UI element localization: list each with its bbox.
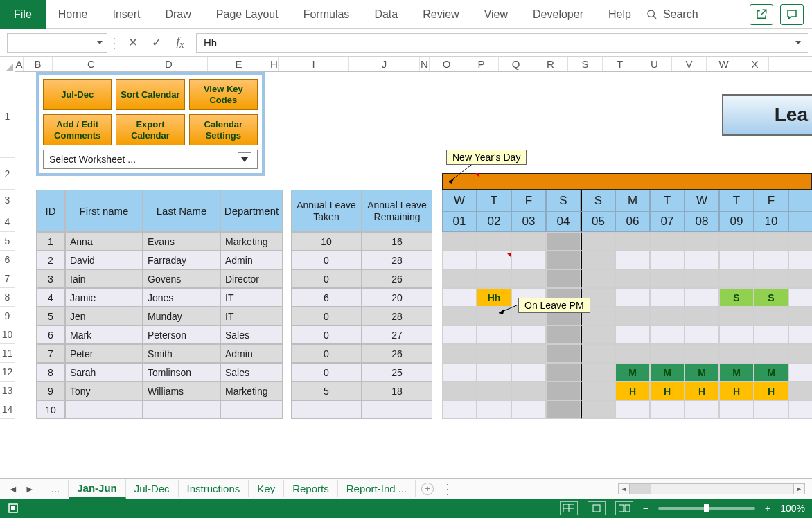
table-cell[interactable]: 6 <box>36 325 65 344</box>
table-cell[interactable]: 16 <box>362 232 432 251</box>
col-H[interactable]: H <box>270 57 279 71</box>
formula-expand-icon[interactable] <box>795 41 801 44</box>
tab-insert[interactable]: Insert <box>100 0 152 29</box>
table-cell[interactable]: Sales <box>220 363 283 382</box>
cal-cell[interactable] <box>685 400 719 419</box>
cal-cell[interactable]: T <box>477 190 511 211</box>
table-cell[interactable] <box>283 190 291 232</box>
cal-cell[interactable] <box>650 251 685 269</box>
table-cell[interactable] <box>283 251 291 269</box>
row-6[interactable]: 6 <box>0 251 15 269</box>
cal-cell[interactable] <box>511 382 546 400</box>
scroll-right[interactable]: ► <box>793 484 804 494</box>
tab-page-layout[interactable]: Page Layout <box>204 0 291 29</box>
cal-cell[interactable] <box>650 344 685 363</box>
new-sheet-button[interactable]: + <box>421 483 434 495</box>
cal-cell[interactable]: 04 <box>546 211 581 232</box>
table-cell[interactable]: 20 <box>362 288 432 307</box>
cal-cell[interactable] <box>477 382 511 400</box>
col-S[interactable]: S <box>568 57 603 71</box>
table-cell[interactable]: Smith <box>143 344 220 363</box>
cal-cell[interactable]: M <box>754 363 788 382</box>
cal-cell[interactable] <box>788 363 812 382</box>
table-cell[interactable]: 26 <box>362 269 432 288</box>
table-cell[interactable]: 2 <box>36 251 65 269</box>
col-O[interactable]: O <box>430 57 464 71</box>
cal-cell[interactable]: M <box>719 363 754 382</box>
zoom-slider[interactable] <box>658 507 755 510</box>
row-3[interactable]: 3 <box>0 190 15 211</box>
tab-home[interactable]: Home <box>46 0 100 29</box>
col-B[interactable]: B <box>24 57 53 71</box>
row-7[interactable]: 7 <box>0 269 15 288</box>
row-8[interactable]: 8 <box>0 288 15 307</box>
table-cell[interactable]: Last Name <box>143 190 220 232</box>
ribbon-search[interactable]: Search <box>644 8 698 21</box>
table-cell[interactable]: Evans <box>143 232 220 251</box>
cal-cell[interactable] <box>477 344 511 363</box>
table-cell[interactable] <box>283 288 291 307</box>
macro-comments[interactable]: Add / Edit Comments <box>43 114 112 145</box>
table-cell[interactable]: 18 <box>362 382 432 400</box>
cal-cell[interactable] <box>754 251 788 269</box>
cal-cell[interactable] <box>581 269 615 288</box>
sheet-tab-juldec[interactable]: Jul-Dec <box>126 480 179 497</box>
macro-sort[interactable]: Sort Calendar <box>116 79 184 110</box>
cal-cell[interactable] <box>477 325 511 344</box>
cal-cell[interactable]: 02 <box>477 211 511 232</box>
table-cell[interactable]: Anna <box>65 232 143 251</box>
cal-cell[interactable] <box>650 325 685 344</box>
fx-cancel[interactable]: ✕ <box>121 35 145 50</box>
scroll-left[interactable]: ◄ <box>619 484 630 494</box>
cal-cell[interactable] <box>685 325 719 344</box>
table-cell[interactable]: Marketing <box>220 382 283 400</box>
cal-cell[interactable] <box>615 269 650 288</box>
table-cell[interactable] <box>143 400 220 419</box>
cal-cell[interactable] <box>788 251 812 269</box>
table-cell[interactable]: ID <box>36 190 65 232</box>
select-all-corner[interactable] <box>0 57 15 72</box>
cal-cell[interactable] <box>650 232 685 251</box>
col-U[interactable]: U <box>637 57 672 71</box>
table-cell[interactable]: 0 <box>291 363 362 382</box>
cal-cell[interactable] <box>788 190 812 211</box>
cal-cell[interactable] <box>511 269 546 288</box>
cal-cell[interactable] <box>719 400 754 419</box>
cal-cell[interactable]: S <box>719 288 754 307</box>
table-cell[interactable]: Tony <box>65 382 143 400</box>
cal-cell[interactable] <box>719 269 754 288</box>
col-E[interactable]: E <box>208 57 270 71</box>
cal-cell[interactable] <box>788 382 812 400</box>
table-cell[interactable]: Jamie <box>65 288 143 307</box>
cal-cell[interactable] <box>685 288 719 307</box>
cal-cell[interactable] <box>442 382 477 400</box>
table-cell[interactable]: Munday <box>143 307 220 325</box>
table-cell[interactable] <box>283 400 291 419</box>
col-Q[interactable]: Q <box>499 57 533 71</box>
cal-cell[interactable] <box>546 400 581 419</box>
table-cell[interactable] <box>283 325 291 344</box>
macro-settings[interactable]: Calendar Settings <box>189 114 258 145</box>
table-cell[interactable]: 10 <box>36 400 65 419</box>
file-tab[interactable]: File <box>0 0 46 29</box>
row-9[interactable]: 9 <box>0 307 15 325</box>
table-cell[interactable] <box>65 400 143 419</box>
cal-cell[interactable] <box>754 400 788 419</box>
table-cell[interactable]: IT <box>220 307 283 325</box>
table-cell[interactable] <box>220 400 283 419</box>
cal-cell[interactable] <box>754 232 788 251</box>
cal-cell[interactable] <box>685 307 719 325</box>
view-pagelayout[interactable] <box>588 501 606 515</box>
sheet-tab-instructions[interactable]: Instructions <box>179 480 249 497</box>
table-cell[interactable]: First name <box>65 190 143 232</box>
row-5[interactable]: 5 <box>0 232 15 251</box>
cal-cell[interactable] <box>615 251 650 269</box>
cal-cell[interactable] <box>719 251 754 269</box>
table-cell[interactable]: 28 <box>362 251 432 269</box>
cal-cell[interactable] <box>581 325 615 344</box>
table-cell[interactable]: 5 <box>36 307 65 325</box>
cal-cell[interactable]: 06 <box>615 211 650 232</box>
table-cell[interactable] <box>283 307 291 325</box>
sheet-tab-key[interactable]: Key <box>249 480 284 497</box>
formula-input[interactable]: Hh <box>196 33 808 53</box>
